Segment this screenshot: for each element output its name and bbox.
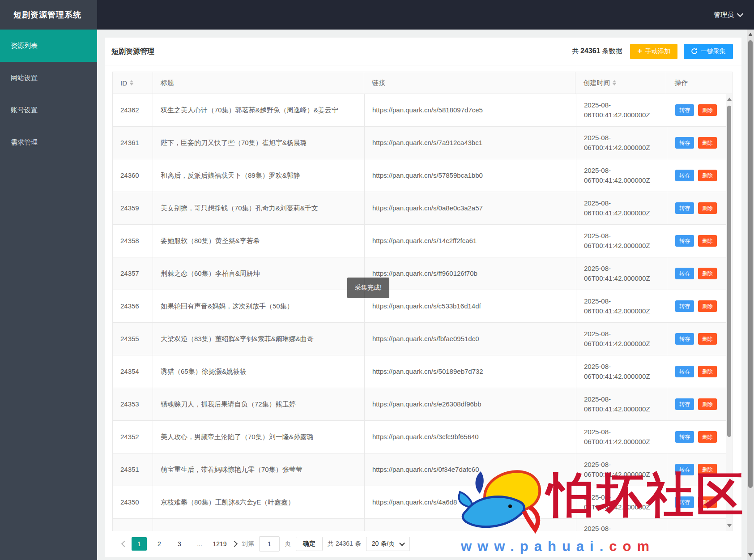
confirm-button[interactable]: 确定 (296, 537, 323, 551)
page-scrollbar-thumb[interactable] (748, 40, 753, 488)
transfer-button[interactable]: 转存 (675, 104, 694, 116)
table-row: 24359 美女别撩，哥只想挣钱（70集）孔奇力&刘蔓莉&千文 https://… (113, 192, 733, 225)
page-number-1[interactable]: 1 (132, 537, 147, 551)
transfer-button[interactable]: 转存 (675, 137, 694, 149)
actions-cell: 转存 删除 (667, 421, 727, 453)
title-cell: 荆棘之恋（60集）李柏言&周妍坤 (153, 257, 365, 290)
created-cell: 2025-08-06T00:41:42.000000Z (576, 355, 667, 388)
table-header-row: ID 标题 链接 创建时间 操作 (112, 72, 733, 94)
created-cell: 2025-08-06T00:41:42.000000Z (576, 323, 667, 355)
transfer-button[interactable]: 转存 (675, 202, 694, 214)
sidebar-item-3[interactable]: 需求管理 (0, 126, 97, 158)
table-row: 24354 诱猎（65集）徐扬灏&姚筱筱 https://pan.quark.c… (113, 355, 733, 388)
page-number-2[interactable]: 2 (152, 537, 167, 551)
id-cell: 24355 (113, 323, 153, 355)
per-page-select[interactable]: 20 条/页 (366, 537, 410, 551)
top-bar: 短剧资源管理系统 管理员 (0, 0, 754, 30)
scroll-up-icon[interactable] (727, 98, 732, 101)
sort-icon[interactable] (130, 80, 133, 85)
table-scrollbar[interactable] (726, 94, 733, 531)
id-cell: 24361 (113, 127, 153, 159)
actions-cell: 转存 删除 (667, 225, 727, 257)
link-cell: https://pan.quark.cn/s/50189eb7d732 (365, 355, 576, 388)
title-cell: 双生之美人心计（70集）郭茗苑&越野兔（周逸峰）&姜云宁 (153, 94, 365, 126)
column-header-title: 标题 (153, 72, 364, 94)
sidebar-item-label: 网站设置 (11, 74, 38, 81)
user-menu[interactable]: 管理员 (714, 0, 742, 30)
link-cell: https://pan.quark.cn/s/fbfae0951dc0 (365, 323, 576, 355)
page-number-3[interactable]: 3 (172, 537, 187, 551)
created-cell: 2025-08-06T00:41:42.000000Z (576, 388, 667, 420)
delete-button[interactable]: 删除 (698, 137, 717, 149)
chevron-left-icon (121, 541, 128, 547)
next-page-button[interactable] (232, 540, 237, 547)
delete-button[interactable]: 删除 (698, 464, 717, 475)
transfer-button[interactable]: 转存 (675, 333, 694, 345)
created-cell: 2025-08-06T00:41:42.000000Z (576, 192, 667, 224)
sort-icon[interactable] (613, 80, 616, 85)
table-row: 24350 京枝难攀（80集）王凯沐&六金yE（叶鑫鑫） https://pan… (113, 486, 733, 519)
delete-button[interactable]: 删除 (698, 268, 717, 279)
delete-button[interactable]: 删除 (698, 333, 717, 345)
delete-button[interactable]: 删除 (698, 366, 717, 377)
transfer-button[interactable]: 转存 (675, 431, 694, 443)
link-cell (365, 519, 576, 531)
transfer-button[interactable]: 转存 (675, 398, 694, 410)
id-cell: 24360 (113, 159, 153, 192)
id-cell: 24354 (113, 355, 153, 388)
created-cell: 2025-08-06T00:41:42.000000Z (576, 290, 667, 322)
page-title: 短剧资源管理 (111, 38, 154, 65)
app-brand: 短剧资源管理系统 (0, 0, 97, 30)
chevron-down-icon (737, 11, 743, 17)
page-number-1219[interactable]: 1219 (212, 537, 227, 551)
link-cell: https://pan.quark.cn/s/57859bca1bb0 (365, 159, 576, 192)
title-cell: 萌宝重生后，带着妈咪惊艳九零（70集）张莹莹 (153, 453, 365, 486)
table-body: 24362 双生之美人心计（70集）郭茗苑&越野兔（周逸峰）&姜云宁 https… (112, 94, 733, 531)
total-prefix: 共 (572, 47, 579, 55)
link-cell: https://pan.quark.cn/s/3cfc9bf65640 (365, 421, 576, 453)
transfer-button[interactable]: 转存 (675, 300, 694, 312)
created-cell: 2025-08-06T00:41:42.000000Z (576, 453, 667, 486)
delete-button[interactable]: 删除 (698, 496, 717, 508)
prev-page-button[interactable] (122, 540, 127, 547)
transfer-button[interactable]: 转存 (675, 170, 694, 181)
one-click-collect-button[interactable]: 一键采集 (684, 44, 733, 59)
title-cell: 要她服软（80集）黄圣桀&李若希 (153, 225, 365, 257)
table-row: 24360 和离后，反派后娘福载天下（89集）罗欢&郭静 https://pan… (113, 159, 733, 192)
manual-add-button[interactable]: + 手动添加 (630, 44, 677, 59)
id-cell: 24352 (113, 421, 153, 453)
delete-button[interactable]: 删除 (698, 235, 717, 247)
id-cell: 24350 (113, 486, 153, 518)
delete-button[interactable]: 删除 (698, 202, 717, 214)
transfer-button[interactable]: 转存 (675, 366, 694, 377)
title-cell: 美女别撩，哥只想挣钱（70集）孔奇力&刘蔓莉&千文 (153, 192, 365, 224)
table-row: 24352 美人攻心，男频帝王沦陷了（70集）刘一隆&孙露璐 https://p… (113, 421, 733, 453)
scroll-up-icon[interactable] (748, 33, 753, 36)
created-cell: 2025-08- (576, 519, 667, 531)
transfer-button[interactable]: 转存 (675, 464, 694, 475)
sidebar-item-0[interactable]: 资源列表 (0, 30, 97, 62)
delete-button[interactable]: 删除 (698, 170, 717, 181)
table-row: 24355 大梁双逆（83集）董绍辉&李钊&索菲&阚琳娜&曲奇 https://… (113, 323, 733, 355)
delete-button[interactable]: 删除 (698, 300, 717, 312)
transfer-button[interactable]: 转存 (675, 235, 694, 247)
scroll-down-icon[interactable] (748, 553, 753, 557)
actions-cell: 转存 删除 (667, 323, 727, 355)
page-scrollbar[interactable] (747, 30, 754, 560)
goto-page-input[interactable] (259, 536, 280, 551)
link-cell: https://pan.quark.cn/s/c533b16d14df (365, 290, 576, 322)
table-scrollbar-thumb[interactable] (727, 106, 731, 437)
sidebar-item-1[interactable]: 网站设置 (0, 62, 97, 94)
sidebar-item-2[interactable]: 账号设置 (0, 94, 97, 126)
id-cell: 24358 (113, 225, 153, 257)
id-cell: 24357 (113, 257, 153, 290)
delete-button[interactable]: 删除 (698, 104, 717, 116)
title-cell: 美人攻心，男频帝王沦陷了（70集）刘一隆&孙露璐 (153, 421, 365, 453)
transfer-button[interactable]: 转存 (675, 496, 694, 508)
chevron-right-icon (231, 541, 238, 547)
transfer-button[interactable]: 转存 (675, 268, 694, 279)
delete-button[interactable]: 删除 (698, 431, 717, 443)
delete-button[interactable]: 删除 (698, 398, 717, 410)
table-row: 24357 荆棘之恋（60集）李柏言&周妍坤 https://pan.quark… (113, 257, 733, 290)
scroll-down-icon[interactable] (727, 524, 732, 527)
